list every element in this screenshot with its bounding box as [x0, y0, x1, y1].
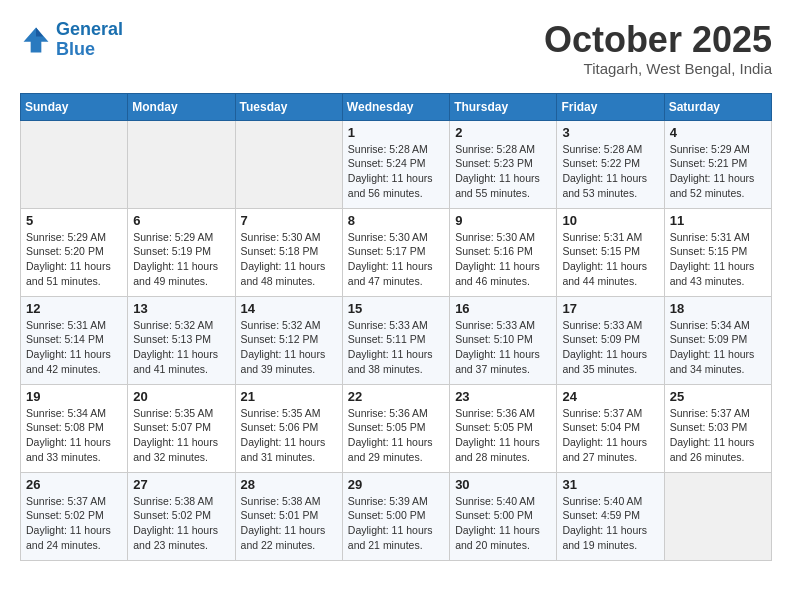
day-cell: 20 Sunrise: 5:35 AM Sunset: 5:07 PM Dayl… [128, 384, 235, 472]
day-info: Sunrise: 5:40 AM Sunset: 5:00 PM Dayligh… [455, 494, 551, 553]
day-number: 18 [670, 301, 766, 316]
day-cell: 6 Sunrise: 5:29 AM Sunset: 5:19 PM Dayli… [128, 208, 235, 296]
day-number: 30 [455, 477, 551, 492]
header-row: Sunday Monday Tuesday Wednesday Thursday… [21, 93, 772, 120]
day-number: 3 [562, 125, 658, 140]
day-info: Sunrise: 5:35 AM Sunset: 5:06 PM Dayligh… [241, 406, 337, 465]
day-info: Sunrise: 5:33 AM Sunset: 5:10 PM Dayligh… [455, 318, 551, 377]
day-number: 2 [455, 125, 551, 140]
day-info: Sunrise: 5:37 AM Sunset: 5:04 PM Dayligh… [562, 406, 658, 465]
day-cell [128, 120, 235, 208]
day-info: Sunrise: 5:28 AM Sunset: 5:22 PM Dayligh… [562, 142, 658, 201]
day-cell: 28 Sunrise: 5:38 AM Sunset: 5:01 PM Dayl… [235, 472, 342, 560]
col-monday: Monday [128, 93, 235, 120]
day-cell: 9 Sunrise: 5:30 AM Sunset: 5:16 PM Dayli… [450, 208, 557, 296]
day-number: 25 [670, 389, 766, 404]
day-cell: 23 Sunrise: 5:36 AM Sunset: 5:05 PM Dayl… [450, 384, 557, 472]
day-info: Sunrise: 5:38 AM Sunset: 5:01 PM Dayligh… [241, 494, 337, 553]
day-cell: 29 Sunrise: 5:39 AM Sunset: 5:00 PM Dayl… [342, 472, 449, 560]
day-info: Sunrise: 5:32 AM Sunset: 5:12 PM Dayligh… [241, 318, 337, 377]
day-number: 7 [241, 213, 337, 228]
col-wednesday: Wednesday [342, 93, 449, 120]
day-cell: 8 Sunrise: 5:30 AM Sunset: 5:17 PM Dayli… [342, 208, 449, 296]
month-title: October 2025 [544, 20, 772, 60]
day-info: Sunrise: 5:38 AM Sunset: 5:02 PM Dayligh… [133, 494, 229, 553]
day-cell: 31 Sunrise: 5:40 AM Sunset: 4:59 PM Dayl… [557, 472, 664, 560]
logo-line2: Blue [56, 39, 95, 59]
day-cell: 18 Sunrise: 5:34 AM Sunset: 5:09 PM Dayl… [664, 296, 771, 384]
week-row-2: 5 Sunrise: 5:29 AM Sunset: 5:20 PM Dayli… [21, 208, 772, 296]
day-info: Sunrise: 5:28 AM Sunset: 5:23 PM Dayligh… [455, 142, 551, 201]
calendar-body: 1 Sunrise: 5:28 AM Sunset: 5:24 PM Dayli… [21, 120, 772, 560]
day-number: 10 [562, 213, 658, 228]
day-cell: 24 Sunrise: 5:37 AM Sunset: 5:04 PM Dayl… [557, 384, 664, 472]
day-info: Sunrise: 5:37 AM Sunset: 5:02 PM Dayligh… [26, 494, 122, 553]
day-info: Sunrise: 5:30 AM Sunset: 5:17 PM Dayligh… [348, 230, 444, 289]
day-cell: 25 Sunrise: 5:37 AM Sunset: 5:03 PM Dayl… [664, 384, 771, 472]
day-number: 23 [455, 389, 551, 404]
title-block: October 2025 Titagarh, West Bengal, Indi… [544, 20, 772, 77]
day-cell: 19 Sunrise: 5:34 AM Sunset: 5:08 PM Dayl… [21, 384, 128, 472]
location: Titagarh, West Bengal, India [544, 60, 772, 77]
day-info: Sunrise: 5:29 AM Sunset: 5:19 PM Dayligh… [133, 230, 229, 289]
calendar-header: Sunday Monday Tuesday Wednesday Thursday… [21, 93, 772, 120]
day-cell: 5 Sunrise: 5:29 AM Sunset: 5:20 PM Dayli… [21, 208, 128, 296]
day-number: 24 [562, 389, 658, 404]
day-cell: 13 Sunrise: 5:32 AM Sunset: 5:13 PM Dayl… [128, 296, 235, 384]
day-info: Sunrise: 5:40 AM Sunset: 4:59 PM Dayligh… [562, 494, 658, 553]
day-cell: 2 Sunrise: 5:28 AM Sunset: 5:23 PM Dayli… [450, 120, 557, 208]
day-info: Sunrise: 5:32 AM Sunset: 5:13 PM Dayligh… [133, 318, 229, 377]
day-number: 28 [241, 477, 337, 492]
day-number: 8 [348, 213, 444, 228]
day-cell [235, 120, 342, 208]
day-number: 11 [670, 213, 766, 228]
day-number: 17 [562, 301, 658, 316]
logo-line1: General [56, 19, 123, 39]
day-cell [21, 120, 128, 208]
day-cell: 7 Sunrise: 5:30 AM Sunset: 5:18 PM Dayli… [235, 208, 342, 296]
day-info: Sunrise: 5:36 AM Sunset: 5:05 PM Dayligh… [348, 406, 444, 465]
day-info: Sunrise: 5:34 AM Sunset: 5:09 PM Dayligh… [670, 318, 766, 377]
day-number: 19 [26, 389, 122, 404]
day-number: 22 [348, 389, 444, 404]
day-info: Sunrise: 5:33 AM Sunset: 5:11 PM Dayligh… [348, 318, 444, 377]
day-number: 31 [562, 477, 658, 492]
day-info: Sunrise: 5:31 AM Sunset: 5:14 PM Dayligh… [26, 318, 122, 377]
day-number: 14 [241, 301, 337, 316]
day-cell: 10 Sunrise: 5:31 AM Sunset: 5:15 PM Dayl… [557, 208, 664, 296]
calendar-table: Sunday Monday Tuesday Wednesday Thursday… [20, 93, 772, 561]
day-info: Sunrise: 5:31 AM Sunset: 5:15 PM Dayligh… [670, 230, 766, 289]
day-info: Sunrise: 5:30 AM Sunset: 5:18 PM Dayligh… [241, 230, 337, 289]
day-cell: 26 Sunrise: 5:37 AM Sunset: 5:02 PM Dayl… [21, 472, 128, 560]
day-number: 16 [455, 301, 551, 316]
day-number: 20 [133, 389, 229, 404]
day-number: 4 [670, 125, 766, 140]
day-cell: 27 Sunrise: 5:38 AM Sunset: 5:02 PM Dayl… [128, 472, 235, 560]
day-cell: 30 Sunrise: 5:40 AM Sunset: 5:00 PM Dayl… [450, 472, 557, 560]
day-cell: 11 Sunrise: 5:31 AM Sunset: 5:15 PM Dayl… [664, 208, 771, 296]
day-cell: 17 Sunrise: 5:33 AM Sunset: 5:09 PM Dayl… [557, 296, 664, 384]
day-number: 29 [348, 477, 444, 492]
col-friday: Friday [557, 93, 664, 120]
day-info: Sunrise: 5:39 AM Sunset: 5:00 PM Dayligh… [348, 494, 444, 553]
week-row-5: 26 Sunrise: 5:37 AM Sunset: 5:02 PM Dayl… [21, 472, 772, 560]
day-number: 9 [455, 213, 551, 228]
week-row-4: 19 Sunrise: 5:34 AM Sunset: 5:08 PM Dayl… [21, 384, 772, 472]
day-cell: 16 Sunrise: 5:33 AM Sunset: 5:10 PM Dayl… [450, 296, 557, 384]
logo-icon [20, 24, 52, 56]
day-cell: 14 Sunrise: 5:32 AM Sunset: 5:12 PM Dayl… [235, 296, 342, 384]
day-info: Sunrise: 5:34 AM Sunset: 5:08 PM Dayligh… [26, 406, 122, 465]
day-info: Sunrise: 5:29 AM Sunset: 5:21 PM Dayligh… [670, 142, 766, 201]
col-saturday: Saturday [664, 93, 771, 120]
day-number: 27 [133, 477, 229, 492]
day-number: 6 [133, 213, 229, 228]
day-info: Sunrise: 5:35 AM Sunset: 5:07 PM Dayligh… [133, 406, 229, 465]
day-cell: 1 Sunrise: 5:28 AM Sunset: 5:24 PM Dayli… [342, 120, 449, 208]
day-info: Sunrise: 5:36 AM Sunset: 5:05 PM Dayligh… [455, 406, 551, 465]
day-info: Sunrise: 5:29 AM Sunset: 5:20 PM Dayligh… [26, 230, 122, 289]
day-number: 1 [348, 125, 444, 140]
day-info: Sunrise: 5:28 AM Sunset: 5:24 PM Dayligh… [348, 142, 444, 201]
day-cell: 3 Sunrise: 5:28 AM Sunset: 5:22 PM Dayli… [557, 120, 664, 208]
day-number: 12 [26, 301, 122, 316]
day-number: 21 [241, 389, 337, 404]
